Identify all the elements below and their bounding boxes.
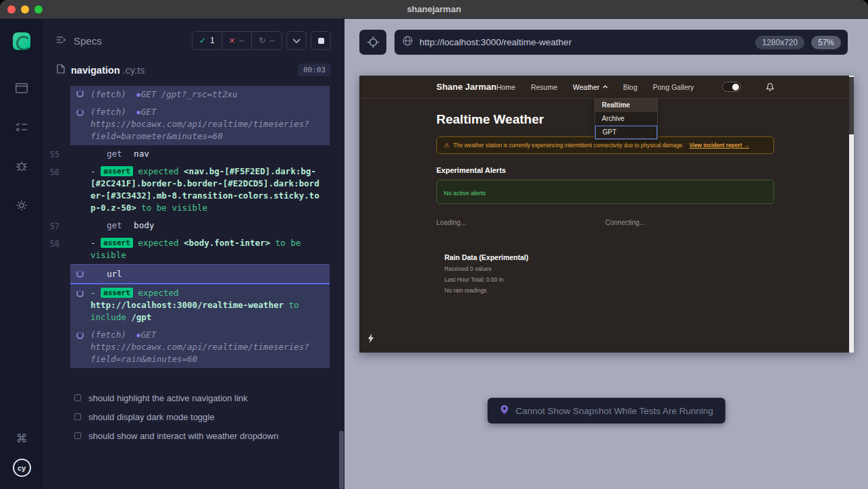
assert-text: expected	[138, 288, 178, 298]
spec-timer: 00:03	[298, 63, 331, 76]
site-nav-weather-label: Weather	[573, 83, 600, 91]
log-row-assert[interactable]: 56 - assert expected <nav.bg-[#F5F2ED].d…	[43, 163, 344, 217]
fullscreen-window-button[interactable]	[34, 5, 43, 14]
assert-text: expected	[138, 238, 178, 248]
spec-title-row: navigation .cy.ts 00:03	[43, 63, 344, 76]
site-nav-resume[interactable]: Resume	[531, 83, 557, 91]
assert-badge: assert	[101, 288, 133, 298]
keyboard-shortcuts-icon[interactable]: ⌘	[15, 432, 28, 445]
site-nav-weather[interactable]: Weather	[573, 83, 608, 91]
log-row-fetch[interactable]: (fetch) ●GET /gpt?_rsc=tt2xu	[43, 86, 344, 103]
site-scrollbar[interactable]	[849, 76, 854, 353]
site-scrollbar-thumb[interactable]	[849, 77, 854, 134]
dropdown-item-gpt[interactable]: GPT	[595, 126, 657, 139]
assert-subject: /gpt	[131, 312, 151, 322]
log-row-fetch[interactable]: (fetch) ●GET https://bocawx.com/api/real…	[43, 103, 344, 145]
settings-gear-icon[interactable]	[15, 199, 28, 212]
snapshot-message-text: Cannot Show Snapshot While Tests Are Run…	[515, 406, 713, 416]
command-arg: body	[134, 220, 154, 230]
rain-data-section: Rain Data (Experimental) Received 0 valu…	[436, 253, 774, 294]
pending-count: --	[270, 36, 275, 45]
site-nav-blog[interactable]: Blog	[623, 83, 638, 91]
test-state-icon	[74, 413, 81, 420]
assert-text: expected	[138, 166, 178, 176]
test-item[interactable]: should highlight the active navigation l…	[43, 388, 344, 407]
dark-mode-toggle[interactable]	[722, 82, 741, 92]
check-icon: ✓	[199, 36, 206, 45]
app-window: shanejarman ⌘ cy	[0, 0, 868, 489]
fetch-method: GET	[141, 107, 157, 117]
test-item[interactable]: should show and interact with weather dr…	[43, 426, 344, 445]
loading-text: Loading...	[436, 219, 605, 226]
app-sidebar: ⌘ cy	[0, 19, 43, 489]
command-number: 55	[50, 149, 59, 161]
cypress-app-logo-icon[interactable]	[13, 32, 30, 50]
dev-tools-bolt-icon[interactable]	[367, 334, 374, 346]
rain-readings: No rain readings	[444, 287, 774, 294]
command-number: 56	[50, 166, 59, 178]
spec-file-icon	[57, 64, 65, 76]
spec-extension: .cy.ts	[123, 65, 145, 76]
zoom-badge: 57%	[811, 36, 841, 49]
cypress-cy-badge-icon[interactable]: cy	[13, 459, 31, 477]
close-window-button[interactable]	[7, 5, 16, 14]
snapshot-unavailable-message: Cannot Show Snapshot While Tests Are Run…	[487, 398, 725, 423]
test-item[interactable]: should display dark mode toggle	[43, 407, 344, 426]
log-row-command-active[interactable]: url	[43, 264, 344, 284]
site-nav-home[interactable]: Home	[496, 83, 515, 91]
command-method: get	[107, 220, 122, 230]
fetch-url: /gpt?_rsc=tt2xu	[161, 89, 238, 99]
log-row-command[interactable]: 57 get body	[43, 217, 344, 234]
assert-dash: -	[91, 238, 96, 248]
test-title: should display dark mode toggle	[88, 412, 214, 422]
test-list: should highlight the active navigation l…	[43, 388, 344, 445]
selector-playground-button[interactable]	[359, 30, 386, 55]
test-results-icon[interactable]	[15, 120, 28, 134]
site-brand[interactable]: Shane Jarman	[436, 82, 496, 92]
url-field[interactable]: http://localhost:3000/realtime-weather 1…	[394, 30, 848, 55]
window-title: shanejarman	[0, 4, 868, 14]
fetch-url: https://bocawx.com/api/realtime/timeseri…	[91, 342, 309, 364]
test-title: should highlight the active navigation l…	[88, 393, 248, 403]
log-row-command[interactable]: 55 get nav	[43, 145, 344, 163]
notifications-bell-icon[interactable]	[766, 82, 774, 91]
rain-received: Received 0 values	[444, 265, 774, 272]
site-nav-pong-gallery[interactable]: Pong Gallery	[653, 83, 694, 91]
log-row-fetch[interactable]: (fetch) ●GET https://bocawx.com/api/real…	[43, 326, 344, 368]
cross-icon: ✕	[229, 36, 235, 45]
spec-name: navigation	[71, 65, 120, 76]
globe-icon	[403, 36, 413, 49]
fetch-url: https://bocawx.com/api/realtime/timeseri…	[91, 119, 309, 141]
incident-report-link[interactable]: View incident report →	[689, 143, 749, 149]
fetch-label: (fetch)	[91, 107, 126, 117]
spinner-icon	[76, 90, 84, 97]
minimize-window-button[interactable]	[21, 5, 29, 14]
log-row-assert[interactable]: - assert expected http://localhost:3000/…	[43, 284, 344, 326]
stop-run-button[interactable]	[311, 31, 331, 50]
command-number: 57	[50, 220, 59, 232]
passed-stat: ✓ 1	[193, 32, 222, 49]
reporter-scrollbar[interactable]	[339, 431, 344, 489]
spinner-icon	[76, 332, 84, 339]
run-stats: ✓ 1 ✕ -- ↻ --	[192, 31, 282, 50]
aut-stage: http://localhost:3000/realtime-weather 1…	[344, 19, 868, 489]
chevron-down-button[interactable]	[286, 31, 307, 50]
dropdown-item-realtime[interactable]: Realtime	[595, 99, 657, 112]
specs-title: Specs	[74, 35, 102, 47]
alerts-heading: Experimental Alerts	[436, 166, 774, 174]
test-state-icon	[74, 432, 81, 439]
assert-dash: -	[91, 166, 96, 176]
browser-preview-icon[interactable]	[15, 81, 28, 95]
command-method: url	[107, 269, 122, 279]
passed-count: 1	[210, 36, 215, 45]
specs-list-icon[interactable]	[57, 34, 67, 47]
assert-badge: assert	[101, 166, 133, 176]
command-log: (fetch) ●GET /gpt?_rsc=tt2xu (fetch) ●GE…	[43, 86, 344, 368]
dropdown-item-archive[interactable]: Archive	[595, 112, 657, 126]
debug-icon[interactable]	[15, 159, 28, 173]
command-number: 58	[50, 238, 59, 250]
fetch-label: (fetch)	[91, 89, 126, 99]
connecting-text: Connecting...	[605, 219, 774, 226]
log-row-assert[interactable]: 58 - assert expected <body.font-inter> t…	[43, 234, 344, 264]
pending-stat: ↻ --	[251, 32, 282, 49]
